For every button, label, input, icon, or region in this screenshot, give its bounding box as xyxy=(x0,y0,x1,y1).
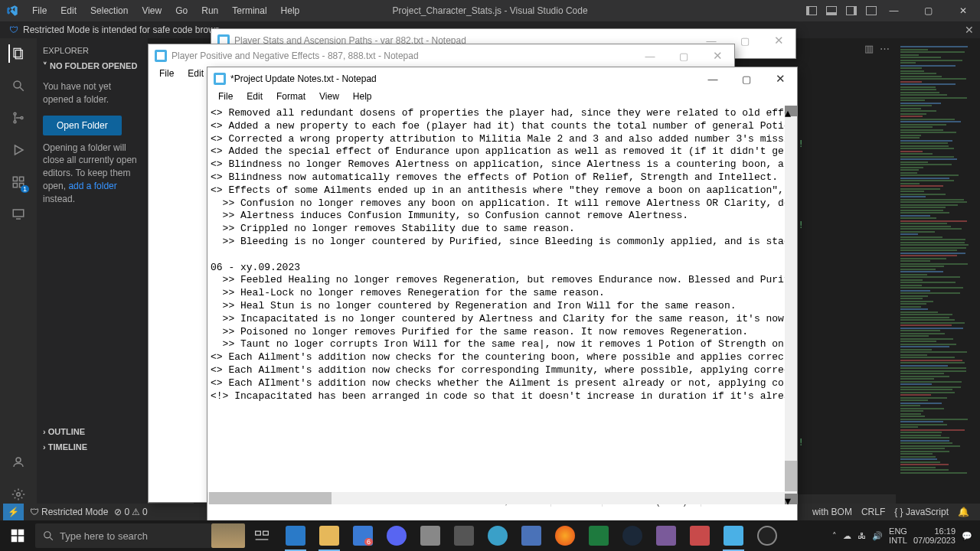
np2-menu-file[interactable]: File xyxy=(153,67,180,83)
add-folder-link[interactable]: add a folder xyxy=(68,181,116,191)
restricted-message: Restricted Mode is intended for safe cod… xyxy=(23,24,220,35)
news-widget-icon[interactable] xyxy=(211,520,245,551)
svg-rect-19 xyxy=(18,536,24,543)
notepad-taskbar-icon[interactable] xyxy=(717,520,750,551)
maximize-button[interactable]: ▢ xyxy=(667,44,701,67)
tray-language[interactable]: ENGINTL xyxy=(889,527,907,545)
app-taskbar-icon[interactable] xyxy=(481,520,514,551)
menu-terminal[interactable]: Terminal xyxy=(226,3,273,18)
notepad3-text-area[interactable]: <> Removed all redundant dosens of prope… xyxy=(207,106,797,492)
search-icon xyxy=(43,530,54,541)
menu-run[interactable]: Run xyxy=(195,3,224,18)
remote-indicator[interactable]: ⚡ xyxy=(3,504,24,520)
restricted-mode-status[interactable]: 🛡 Restricted Mode xyxy=(30,507,108,517)
notifications-icon[interactable]: 🔔 xyxy=(958,507,969,517)
menu-selection[interactable]: Selection xyxy=(84,3,134,18)
close-button[interactable]: ✕ xyxy=(762,29,795,52)
language-status[interactable]: { } JavaScript xyxy=(894,507,949,517)
menu-view[interactable]: View xyxy=(136,3,168,18)
layout-icon[interactable] xyxy=(846,6,857,15)
split-editor-icon[interactable]: ▥ xyxy=(864,43,874,54)
window-title: Project_Character_Stats.js - Visual Stud… xyxy=(392,5,587,16)
start-button[interactable] xyxy=(0,520,35,551)
discord-taskbar-icon[interactable] xyxy=(380,520,413,551)
remote-explorer-icon[interactable] xyxy=(9,205,28,223)
explorer-icon[interactable] xyxy=(8,44,27,63)
settings-gear-icon[interactable] xyxy=(9,485,28,504)
task-view-icon[interactable] xyxy=(245,520,279,551)
app-taskbar-icon[interactable] xyxy=(649,520,683,551)
vscode-taskbar-icon[interactable] xyxy=(279,520,312,551)
open-folder-button[interactable]: Open Folder xyxy=(43,116,122,135)
layout-icon[interactable] xyxy=(806,6,817,15)
svg-line-21 xyxy=(50,537,53,540)
layout-controls xyxy=(806,6,877,15)
np2-menu-edit[interactable]: Edit xyxy=(181,67,210,83)
vertical-scrollbar[interactable]: ▴▾ xyxy=(785,106,797,504)
layout-icon[interactable] xyxy=(826,6,837,15)
close-button[interactable]: ✕ xyxy=(763,67,797,90)
menu-go[interactable]: Go xyxy=(169,3,194,18)
explorer-title: EXPLORER xyxy=(43,43,142,58)
timeline-section[interactable]: › TIMELINE xyxy=(43,439,87,455)
app-taskbar-icon[interactable] xyxy=(514,520,548,551)
svg-line-3 xyxy=(20,87,24,91)
tray-notifications-icon[interactable]: 💬 xyxy=(962,531,972,541)
np3-menu-format[interactable]: Format xyxy=(270,90,312,106)
search-icon[interactable] xyxy=(9,77,28,95)
extensions-icon[interactable]: 1 xyxy=(9,173,28,191)
np3-menu-file[interactable]: File xyxy=(212,90,239,106)
close-button[interactable]: ✕ xyxy=(701,44,734,67)
layout-icon[interactable] xyxy=(866,6,877,15)
no-folder-section[interactable]: ˅ NO FOLDER OPENED xyxy=(43,58,142,74)
svg-rect-9 xyxy=(20,177,24,181)
svg-rect-22 xyxy=(256,531,261,535)
app-taskbar-icon[interactable] xyxy=(447,520,481,551)
notepad2-title: Player Positive and Negative Effects - 8… xyxy=(172,51,419,61)
obs-taskbar-icon[interactable] xyxy=(750,520,784,551)
minimize-button[interactable]: — xyxy=(633,44,667,67)
np3-menu-help[interactable]: Help xyxy=(347,90,378,106)
svg-rect-18 xyxy=(11,536,18,543)
account-icon[interactable] xyxy=(9,453,28,471)
svg-marker-7 xyxy=(15,145,24,155)
dismiss-restricted-icon[interactable]: ✕ xyxy=(965,24,974,36)
horizontal-scrollbar[interactable] xyxy=(207,492,785,504)
eol-status[interactable]: CRLF xyxy=(861,507,885,517)
tray-volume-icon[interactable]: 🔊 xyxy=(872,531,883,541)
menu-file[interactable]: File xyxy=(26,3,53,18)
svg-rect-17 xyxy=(18,530,24,536)
svg-point-6 xyxy=(21,117,23,119)
source-control-icon[interactable] xyxy=(9,109,28,127)
tray-chevron-icon[interactable]: ˄ xyxy=(832,531,837,541)
outline-section[interactable]: › OUTLINE xyxy=(43,424,85,439)
minimap[interactable] xyxy=(896,38,980,504)
np3-menu-edit[interactable]: Edit xyxy=(240,90,269,106)
problems-status[interactable]: ⊘ 0 ⚠ 0 xyxy=(114,507,147,517)
vscode-logo-icon xyxy=(6,5,18,17)
svg-point-5 xyxy=(14,121,16,123)
close-button[interactable]: ✕ xyxy=(946,0,980,21)
np3-menu-view[interactable]: View xyxy=(313,90,345,106)
run-debug-icon[interactable] xyxy=(9,141,28,159)
file-explorer-taskbar-icon[interactable] xyxy=(312,520,346,551)
app-taskbar-icon[interactable] xyxy=(683,520,717,551)
minimize-button[interactable]: — xyxy=(877,0,911,21)
maximize-button[interactable]: ▢ xyxy=(911,0,946,21)
svg-point-4 xyxy=(14,112,16,115)
tray-network-icon[interactable]: 🖧 xyxy=(858,531,866,540)
taskbar-search[interactable]: Type here to search xyxy=(35,523,211,548)
firefox-taskbar-icon[interactable] xyxy=(548,520,582,551)
mail-taskbar-icon[interactable]: 6 xyxy=(346,520,380,551)
steam-taskbar-icon[interactable] xyxy=(616,520,649,551)
maximize-button[interactable]: ▢ xyxy=(730,67,763,90)
encoding-bom-status[interactable]: with BOM xyxy=(812,507,852,517)
menu-help[interactable]: Help xyxy=(275,3,306,18)
minimize-button[interactable]: — xyxy=(696,67,730,90)
menu-edit[interactable]: Edit xyxy=(54,3,83,18)
tray-onedrive-icon[interactable]: ☁ xyxy=(843,531,851,541)
more-actions-icon[interactable]: ⋯ xyxy=(880,43,890,54)
excel-taskbar-icon[interactable] xyxy=(582,520,616,551)
tray-clock[interactable]: 16:1907/09/2023 xyxy=(913,527,956,545)
app-taskbar-icon[interactable] xyxy=(413,520,447,551)
